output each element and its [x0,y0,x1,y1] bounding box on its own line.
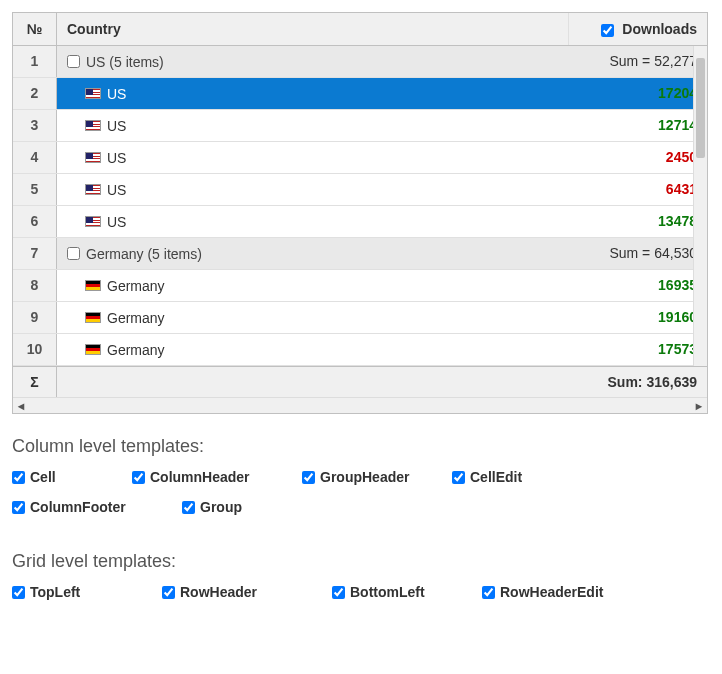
row-country-cell: Germany [57,302,569,333]
lbl-columnfooter: ColumnFooter [30,499,126,515]
header-country[interactable]: Country [57,13,569,45]
footer-sigma: Σ [13,367,57,397]
row-country-cell: Germany [57,334,569,365]
chk-columnfooter[interactable] [12,501,25,514]
group-checkbox[interactable] [67,247,80,260]
grid-templates-title: Grid level templates: [12,551,710,572]
country-label: US [107,86,126,102]
row-country-cell: Germany (5 items) [57,238,569,269]
country-label: US [107,182,126,198]
us-flag-icon [85,152,101,163]
de-flag-icon [85,280,101,291]
row-country-cell: US [57,174,569,205]
row-country-cell: US [57,206,569,237]
downloads-value: 6431 [569,174,707,205]
downloads-value: 2450 [569,142,707,173]
row-number: 4 [13,142,57,173]
lbl-rowheader: RowHeader [180,584,257,600]
header-num[interactable]: № [13,13,57,45]
footer-sum: Sum: 316,639 [569,367,707,397]
table-row[interactable]: 9Germany19160 [13,302,707,334]
row-country-cell: Germany [57,270,569,301]
column-templates-title: Column level templates: [12,436,710,457]
group-label: US (5 items) [86,54,164,70]
chk-columnheader[interactable] [132,471,145,484]
country-label: US [107,150,126,166]
data-grid: № Country Downloads 1US (5 items)Sum = 5… [12,12,708,414]
table-row[interactable]: 5US6431 [13,174,707,206]
lbl-columnheader: ColumnHeader [150,469,250,485]
group-row[interactable]: 7Germany (5 items)Sum = 64,530 [13,238,707,270]
row-number: 7 [13,238,57,269]
chk-groupheader[interactable] [302,471,315,484]
group-sum: Sum = 64,530 [569,238,707,269]
table-row[interactable]: 8Germany16935 [13,270,707,302]
chk-group[interactable] [182,501,195,514]
row-number: 2 [13,78,57,109]
chk-bottomleft[interactable] [332,586,345,599]
scroll-right-arrow-icon[interactable]: ► [693,400,705,412]
group-row[interactable]: 1US (5 items)Sum = 52,277 [13,46,707,78]
grid-footer-row: Σ Sum: 316,639 [13,366,707,397]
lbl-cell: Cell [30,469,56,485]
chk-celledit[interactable] [452,471,465,484]
vertical-scrollbar-thumb[interactable] [696,58,705,158]
header-downloads[interactable]: Downloads [569,13,707,45]
lbl-rowheaderedit: RowHeaderEdit [500,584,603,600]
us-flag-icon [85,184,101,195]
row-number: 3 [13,110,57,141]
country-label: Germany [107,278,165,294]
grid-header-row: № Country Downloads [13,13,707,46]
downloads-value: 16935 [569,270,707,301]
row-number: 6 [13,206,57,237]
grid-body: 1US (5 items)Sum = 52,2772US172043US1271… [13,46,707,366]
downloads-value: 19160 [569,302,707,333]
downloads-value: 13478 [569,206,707,237]
country-label: US [107,118,126,134]
column-templates-checks: Cell ColumnHeader GroupHeader CellEdit C… [12,469,710,529]
lbl-topleft: TopLeft [30,584,80,600]
row-number: 5 [13,174,57,205]
header-downloads-label: Downloads [622,21,697,37]
group-checkbox[interactable] [67,55,80,68]
row-number: 1 [13,46,57,77]
scroll-left-arrow-icon[interactable]: ◄ [15,400,27,412]
country-label: Germany [107,342,165,358]
row-country-cell: US [57,142,569,173]
table-row[interactable]: 10Germany17573 [13,334,707,366]
chk-rowheaderedit[interactable] [482,586,495,599]
lbl-celledit: CellEdit [470,469,522,485]
row-number: 8 [13,270,57,301]
country-label: US [107,214,126,230]
group-label: Germany (5 items) [86,246,202,262]
lbl-bottomleft: BottomLeft [350,584,425,600]
row-number: 9 [13,302,57,333]
row-number: 10 [13,334,57,365]
downloads-value: 17573 [569,334,707,365]
lbl-group: Group [200,499,242,515]
downloads-value: 17204 [569,78,707,109]
row-country-cell: US [57,110,569,141]
de-flag-icon [85,344,101,355]
de-flag-icon [85,312,101,323]
table-row[interactable]: 2US17204 [13,78,707,110]
table-row[interactable]: 3US12714 [13,110,707,142]
vertical-scrollbar[interactable] [693,46,707,366]
row-country-cell: US (5 items) [57,46,569,77]
table-row[interactable]: 4US2450 [13,142,707,174]
us-flag-icon [85,88,101,99]
downloads-header-checkbox[interactable] [601,24,614,37]
us-flag-icon [85,216,101,227]
chk-cell[interactable] [12,471,25,484]
group-sum: Sum = 52,277 [569,46,707,77]
chk-topleft[interactable] [12,586,25,599]
footer-country-blank [57,367,569,397]
row-country-cell: US [57,78,569,109]
us-flag-icon [85,120,101,131]
downloads-value: 12714 [569,110,707,141]
lbl-groupheader: GroupHeader [320,469,409,485]
country-label: Germany [107,310,165,326]
chk-rowheader[interactable] [162,586,175,599]
table-row[interactable]: 6US13478 [13,206,707,238]
horizontal-scrollbar[interactable]: ◄ ► [13,397,707,413]
